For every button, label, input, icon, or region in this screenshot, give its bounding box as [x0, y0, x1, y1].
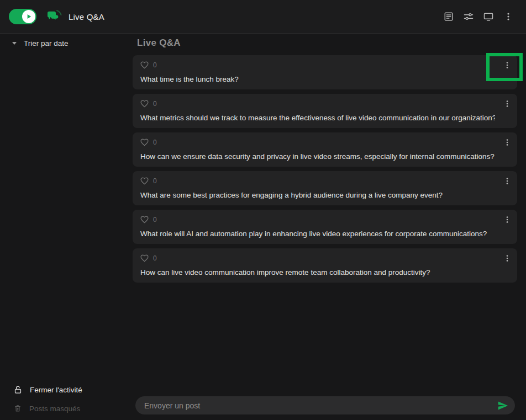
posts-list: 0 What time is the lunch break? 0 What m…: [133, 55, 517, 287]
composer-bar: [135, 396, 515, 414]
qa-chat-icon: [45, 9, 62, 24]
post-text: How can live video communication improve…: [140, 268, 495, 277]
post-like-button[interactable]: 0: [140, 137, 157, 147]
post-text: What role will AI and automation play in…: [140, 230, 495, 238]
post-like-button[interactable]: 0: [140, 99, 157, 108]
page-title: Live Q&A: [137, 38, 181, 49]
play-icon: [22, 10, 35, 23]
post-text: How can we ensure data security and priv…: [140, 152, 495, 161]
post-likes-count: 0: [153, 100, 157, 108]
post-card: 0 What time is the lunch break?: [133, 55, 517, 89]
hidden-posts-bin-icon: [13, 404, 22, 413]
post-card: 0 What role will AI and automation play …: [133, 210, 517, 244]
post-like-button[interactable]: 0: [140, 176, 157, 185]
post-likes-count: 0: [153, 61, 157, 69]
close-activity-button[interactable]: Fermer l'activité: [13, 385, 82, 395]
post-card: 0 What metrics should we track to measur…: [133, 94, 517, 128]
article-icon[interactable]: [443, 11, 454, 22]
live-toggle[interactable]: [9, 9, 36, 24]
heart-icon: [140, 176, 149, 185]
topbar: Live Q&A: [0, 0, 526, 34]
post-kebab-menu[interactable]: [502, 60, 513, 71]
post-likes-count: 0: [153, 216, 157, 224]
heart-icon: [140, 215, 149, 224]
tune-icon[interactable]: [463, 11, 474, 22]
post-like-button[interactable]: 0: [140, 215, 157, 224]
sort-by-date-label: Trier par date: [24, 39, 69, 47]
heart-icon: [140, 253, 149, 263]
heart-icon: [140, 137, 149, 147]
post-like-button[interactable]: 0: [140, 60, 157, 70]
post-likes-count: 0: [153, 177, 157, 185]
post-likes-count: 0: [153, 139, 157, 146]
heart-icon: [140, 60, 149, 70]
kebab-menu-icon[interactable]: [503, 11, 514, 22]
lock-open-icon: [13, 385, 23, 395]
display-icon[interactable]: [483, 11, 494, 22]
close-activity-label: Fermer l'activité: [30, 386, 82, 394]
post-card: 0 How can live video communication impro…: [133, 248, 517, 283]
post-kebab-menu[interactable]: [502, 214, 513, 225]
post-card: 0 How can we ensure data security and pr…: [133, 132, 517, 167]
hidden-posts-button[interactable]: Posts masqués: [13, 404, 80, 413]
post-text: What are some best practices for engagin…: [140, 191, 495, 199]
hidden-posts-label: Posts masqués: [29, 405, 80, 413]
send-icon[interactable]: [497, 400, 508, 411]
post-text: What metrics should we track to measure …: [140, 114, 495, 122]
topbar-title: Live Q&A: [69, 12, 104, 22]
post-like-button[interactable]: 0: [140, 253, 157, 263]
composer-input[interactable]: [144, 401, 497, 410]
post-kebab-menu[interactable]: [502, 176, 513, 187]
post-card: 0 What are some best practices for engag…: [133, 171, 517, 205]
chevron-down-icon: [12, 42, 17, 45]
post-kebab-menu[interactable]: [502, 137, 513, 148]
heart-icon: [140, 99, 149, 108]
topbar-actions: [443, 11, 514, 22]
post-kebab-menu[interactable]: [502, 253, 513, 264]
post-kebab-menu[interactable]: [502, 98, 513, 109]
sort-by-date-dropdown[interactable]: Trier par date: [12, 39, 69, 47]
post-likes-count: 0: [153, 254, 157, 262]
post-text: What time is the lunch break?: [140, 75, 495, 83]
